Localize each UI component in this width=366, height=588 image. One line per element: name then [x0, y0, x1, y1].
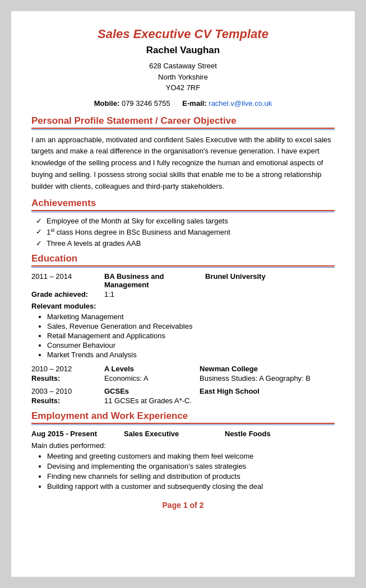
achievements-heading: Achievements — [31, 198, 335, 209]
achievements-divider-top — [31, 210, 335, 211]
results-value-3: 11 GCSEs at Grades A*-C. — [104, 396, 335, 405]
employment-divider-bottom — [31, 424, 335, 425]
edu-years-1: 2011 – 2014 — [31, 272, 104, 289]
email-link[interactable]: rachel.v@live.co.uk — [209, 99, 272, 108]
module-item: Retail Management and Applications — [47, 332, 335, 340]
profile-divider-bottom — [31, 129, 335, 130]
achievements-list: Employee of the Month at Sky for excelli… — [31, 217, 335, 247]
mobile-label: Mobile: — [94, 99, 120, 108]
education-heading: Education — [31, 253, 335, 264]
mobile-value: 079 3246 5755 — [122, 99, 170, 108]
relevant-label: Relevant modules: — [31, 302, 335, 310]
candidate-name: Rachel Vaughan — [31, 45, 335, 56]
page-footer: Page 1 of 2 — [31, 501, 335, 510]
education-divider-top — [31, 265, 335, 267]
results-value-2: Economics: A — [104, 374, 200, 382]
emp-period: Aug 2015 - Present — [31, 430, 124, 438]
grade-label-1: Grade achieved: — [31, 290, 104, 298]
edu-row-2: 2010 – 2012 A Levels Newman College — [31, 365, 335, 373]
emp-role: Sales Executive — [124, 430, 225, 438]
duties-label: Main duties performed: — [31, 441, 335, 450]
duty-item: Finding new channels for selling and dis… — [47, 472, 335, 480]
address-block: 628 Castaway Street North Yorkshire YO42… — [31, 60, 335, 94]
contact-row: Mobile: 079 3246 5755 E-mail: rachel.v@l… — [31, 99, 335, 108]
profile-text: I am an approachable, motivated and conf… — [31, 134, 335, 193]
edu-inst-3: East High School — [200, 387, 335, 395]
profile-divider-top — [31, 128, 335, 129]
emp-employer: Nestle Foods — [225, 430, 335, 438]
address-line2: North Yorkshire — [158, 73, 208, 81]
cv-title: Sales Executive CV Template — [31, 27, 335, 41]
edu-row-3: 2003 – 2010 GCSEs East High School — [31, 387, 335, 395]
edu-inst-1: Brunel University — [205, 272, 335, 289]
employment-heading: Employment and Work Experience — [31, 410, 335, 422]
module-item: Marketing Management — [47, 312, 335, 321]
cv-page: Sales Executive CV Template Rachel Vaugh… — [11, 11, 355, 577]
results-label-2: Results: — [31, 374, 104, 382]
address-line3: YO42 7RF — [166, 83, 200, 92]
module-item: Consumer Behaviour — [47, 341, 335, 349]
results-label-3: Results: — [31, 396, 104, 405]
email-label: E-mail: — [182, 99, 206, 108]
address-line1: 628 Castaway Street — [149, 62, 217, 70]
edu-years-3: 2003 – 2010 — [31, 387, 104, 395]
edu-results-row-2: Results: Economics: A Business Studies: … — [31, 374, 335, 382]
grade-value-1: 1:1 — [104, 290, 335, 298]
modules-list: Marketing Management Sales, Revenue Gene… — [31, 312, 335, 359]
module-item: Sales, Revenue Generation and Receivable… — [47, 322, 335, 330]
duty-item: Devising and implementing the organisati… — [47, 462, 335, 470]
edu-qual-1: BA Business and Management — [104, 272, 205, 289]
education-divider-bottom — [31, 267, 335, 268]
achievement-item: Employee of the Month at Sky for excelli… — [36, 217, 335, 225]
edu-years-2: 2010 – 2012 — [31, 365, 104, 373]
duty-item: Building rapport with a customer and sub… — [47, 482, 335, 491]
achievement-item: 1st class Hons degree in BSc Business an… — [36, 227, 335, 236]
edu-inst-2: Newman College — [200, 365, 335, 373]
results-extra-2: Business Studies: A Geography: B — [200, 374, 335, 382]
duties-list: Meeting and greeting customers and makin… — [31, 452, 335, 491]
edu-results-row-3: Results: 11 GCSEs at Grades A*-C. — [31, 396, 335, 405]
profile-heading: Personal Profile Statement / Career Obje… — [31, 115, 335, 127]
edu-qual-3: GCSEs — [104, 387, 200, 395]
emp-row-1: Aug 2015 - Present Sales Executive Nestl… — [31, 430, 335, 438]
achievement-item: Three A levels at grades AAB — [36, 239, 335, 248]
grade-row-1: Grade achieved: 1:1 — [31, 290, 335, 298]
employment-divider-top — [31, 423, 335, 424]
achievements-divider-bottom — [31, 212, 335, 212]
module-item: Market Trends and Analysis — [47, 351, 335, 359]
duty-item: Meeting and greeting customers and makin… — [47, 452, 335, 460]
edu-row-1: 2011 – 2014 BA Business and Management B… — [31, 272, 335, 289]
edu-qual-2: A Levels — [104, 365, 200, 373]
